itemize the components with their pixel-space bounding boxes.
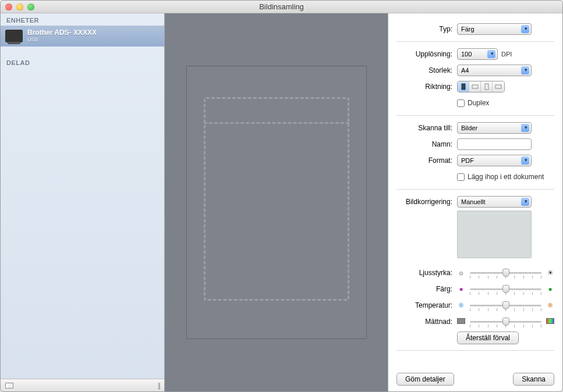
label-size: Storlek: bbox=[396, 66, 452, 74]
orientation-portrait-icon[interactable] bbox=[458, 81, 469, 92]
label-resolution: Upplösning: bbox=[396, 50, 452, 58]
scan-button[interactable]: Skanna bbox=[513, 373, 554, 386]
saturation-low-icon bbox=[457, 318, 465, 326]
traffic-lights bbox=[1, 3, 34, 10]
preview-area bbox=[165, 13, 388, 391]
preview-sheet[interactable] bbox=[186, 66, 367, 339]
sidebar-device-row[interactable]: Brother ADS- XXXXX USB bbox=[1, 26, 164, 47]
row-combine: Lägg ihop i ett dokument bbox=[396, 169, 554, 184]
sidebar-spacer bbox=[1, 68, 164, 379]
name-input[interactable] bbox=[457, 138, 532, 150]
sidebar-shared-header: DELAD bbox=[1, 56, 164, 68]
correction-preview bbox=[457, 211, 532, 258]
sidebar-footer: ||| bbox=[1, 379, 164, 391]
row-format: Format: PDF bbox=[396, 153, 554, 168]
label-brightness: Ljusstyrka: bbox=[396, 269, 452, 277]
duplex-checkbox[interactable] bbox=[457, 99, 465, 107]
row-resolution: Upplösning: 100 DPI bbox=[396, 47, 554, 62]
row-brightness: Ljusstyrka: ☼ ☀ bbox=[396, 265, 554, 280]
color-green-icon: ● bbox=[546, 285, 554, 293]
row-reset: Återställ förval bbox=[396, 330, 554, 345]
divider bbox=[396, 41, 554, 42]
orientation-landscape-left-icon[interactable] bbox=[469, 81, 481, 92]
temp-cool-icon: ❄ bbox=[457, 301, 465, 309]
label-saturation: Mättnad: bbox=[396, 318, 452, 326]
titlebar: Bildinsamling bbox=[1, 1, 562, 13]
label-correction: Bildkorrigering: bbox=[396, 198, 452, 206]
minimize-icon[interactable] bbox=[16, 3, 23, 10]
divider bbox=[396, 115, 554, 116]
svg-rect-1 bbox=[472, 85, 478, 88]
size-select[interactable]: A4 bbox=[457, 65, 532, 76]
options-panel: Typ: Färg Upplösning: 100 bbox=[388, 13, 562, 391]
window: Bildinsamling ENHETER Brother ADS- XXXXX… bbox=[0, 0, 563, 392]
bottom-bar: Göm detaljer Skanna bbox=[396, 367, 554, 386]
row-direction: Riktning: bbox=[396, 79, 554, 94]
temp-warm-icon: ❄ bbox=[546, 301, 554, 309]
row-correction: Bildkorrigering: Manuellt bbox=[396, 194, 554, 209]
label-color: Färg: bbox=[396, 285, 452, 293]
format-select[interactable]: PDF bbox=[457, 155, 532, 166]
scanner-icon bbox=[5, 30, 23, 42]
row-duplex: Duplex bbox=[396, 95, 554, 111]
label-duplex: Duplex bbox=[468, 99, 489, 107]
color-slider[interactable] bbox=[470, 284, 541, 294]
saturation-high-icon bbox=[546, 318, 554, 326]
orientation-landscape-right-icon[interactable] bbox=[493, 81, 504, 92]
divider bbox=[396, 189, 554, 190]
brightness-low-icon: ☼ bbox=[457, 269, 465, 277]
correction-select[interactable]: Manuellt bbox=[457, 196, 532, 208]
pane-toggle-icon[interactable] bbox=[5, 383, 13, 389]
brightness-slider[interactable] bbox=[470, 268, 541, 278]
label-scan-to: Skanna till: bbox=[396, 124, 452, 132]
close-icon[interactable] bbox=[5, 3, 12, 10]
label-combine: Lägg ihop i ett dokument bbox=[468, 173, 544, 181]
temperature-slider[interactable] bbox=[470, 300, 541, 311]
device-text: Brother ADS- XXXXX USB bbox=[27, 29, 97, 42]
device-name: Brother ADS- XXXXX bbox=[27, 29, 97, 37]
color-magenta-icon: ● bbox=[457, 285, 465, 293]
row-temperature: Temperatur: ❄ ❄ bbox=[396, 298, 554, 313]
crop-outline[interactable] bbox=[204, 97, 349, 301]
combine-checkbox[interactable] bbox=[457, 173, 465, 181]
label-type: Typ: bbox=[396, 25, 452, 33]
label-format: Format: bbox=[396, 156, 452, 165]
sidebar: ENHETER Brother ADS- XXXXX USB DELAD ||| bbox=[1, 13, 165, 391]
svg-rect-2 bbox=[485, 84, 488, 90]
direction-segmented bbox=[457, 81, 505, 92]
label-dpi: DPI bbox=[501, 51, 512, 58]
label-direction: Riktning: bbox=[396, 83, 452, 91]
device-sub: USB bbox=[27, 37, 97, 43]
row-name: Namn: bbox=[396, 137, 554, 152]
label-temperature: Temperatur: bbox=[396, 301, 452, 309]
svg-rect-0 bbox=[462, 84, 465, 90]
zoom-icon[interactable] bbox=[27, 3, 34, 10]
saturation-slider[interactable] bbox=[470, 316, 541, 327]
label-name: Namn: bbox=[396, 140, 452, 148]
row-saturation: Mättnad: bbox=[396, 314, 554, 329]
scan-to-select[interactable]: Bilder bbox=[457, 122, 532, 134]
resolution-select[interactable]: 100 bbox=[457, 48, 498, 60]
svg-rect-3 bbox=[495, 85, 501, 88]
row-scan-to: Skanna till: Bilder bbox=[396, 120, 554, 136]
orientation-portrait-flip-icon[interactable] bbox=[481, 81, 493, 92]
sidebar-resize-handle[interactable]: ||| bbox=[154, 382, 160, 390]
type-select[interactable]: Färg bbox=[457, 23, 532, 35]
reset-button[interactable]: Återställ förval bbox=[457, 332, 519, 344]
divider bbox=[396, 350, 554, 351]
row-type: Typ: Färg bbox=[396, 22, 554, 37]
sidebar-devices-header: ENHETER bbox=[1, 13, 164, 26]
row-size: Storlek: A4 bbox=[396, 63, 554, 78]
hide-details-button[interactable]: Göm detaljer bbox=[396, 373, 454, 386]
window-body: ENHETER Brother ADS- XXXXX USB DELAD ||| bbox=[1, 13, 562, 391]
brightness-high-icon: ☀ bbox=[546, 269, 554, 277]
window-title: Bildinsamling bbox=[1, 2, 562, 11]
row-color: Färg: ● ● bbox=[396, 281, 554, 297]
